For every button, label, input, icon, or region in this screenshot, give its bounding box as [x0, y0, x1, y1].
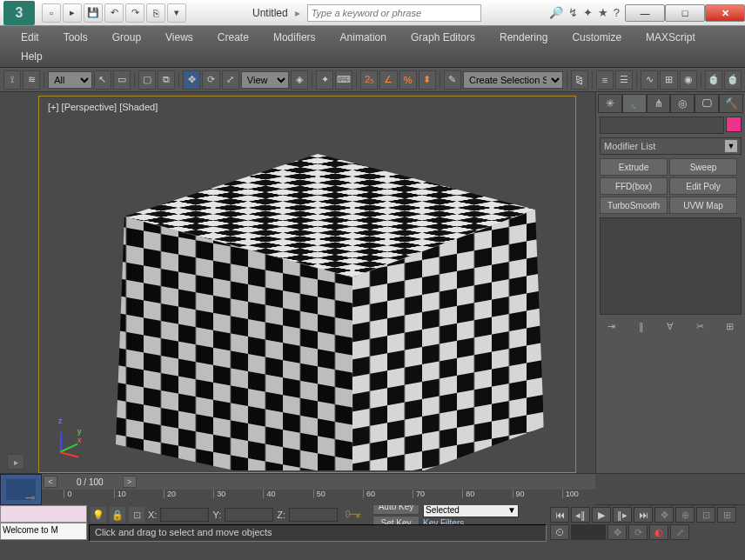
prev-key-icon[interactable]: ◂‖: [571, 507, 590, 523]
select-name-icon[interactable]: ▭: [113, 70, 131, 90]
utilities-tab-icon[interactable]: 🔨: [719, 94, 743, 113]
spinner-snap-icon[interactable]: ⬍: [419, 70, 436, 90]
lock-selection-icon[interactable]: 💡: [91, 507, 106, 523]
perspective-viewport[interactable]: [+] [Perspective] [Shaded]: [38, 96, 576, 473]
keyboard-shortcut-icon[interactable]: ⌨: [335, 70, 352, 90]
nav5-icon[interactable]: ✥: [607, 524, 627, 540]
time-config-icon[interactable]: ⏲: [550, 524, 569, 540]
move-icon[interactable]: ✥: [183, 70, 200, 90]
modifier-uvwmap[interactable]: UVW Map: [669, 197, 737, 214]
tools-icon[interactable]: ✦: [583, 6, 593, 19]
hierarchy-tab-icon[interactable]: ⋔: [647, 94, 671, 113]
menu-animation[interactable]: Animation: [328, 29, 399, 46]
angle-snap-icon[interactable]: ∠: [379, 70, 397, 90]
frame-scrub-bar[interactable]: < 0 / 100 >: [42, 474, 595, 490]
modifier-sweep[interactable]: Sweep: [669, 158, 737, 176]
select-icon[interactable]: ↖: [94, 70, 111, 90]
configure-sets-icon[interactable]: ⊞: [722, 318, 737, 334]
schematic-icon[interactable]: ⊞: [660, 70, 677, 90]
named-selection-combo[interactable]: Create Selection Se: [463, 71, 563, 89]
ref-coord-combo[interactable]: View: [241, 71, 289, 89]
selection-filter-combo[interactable]: All: [48, 71, 92, 89]
nav8-icon[interactable]: ⤢: [670, 524, 689, 540]
menu-views[interactable]: Views: [153, 29, 205, 46]
menu-edit[interactable]: Edit: [9, 29, 51, 46]
nav2-icon[interactable]: ⊕: [675, 507, 695, 523]
scale-icon[interactable]: ⤢: [222, 70, 239, 90]
search-input[interactable]: [307, 4, 481, 22]
next-key-icon[interactable]: ‖▸: [613, 507, 632, 523]
modifier-editpoly[interactable]: Edit Poly: [669, 177, 737, 195]
app-icon[interactable]: 3: [3, 1, 35, 25]
favorites-icon[interactable]: ★: [598, 6, 608, 19]
x-input[interactable]: [160, 508, 209, 522]
menu-group[interactable]: Group: [100, 29, 153, 46]
more-icon[interactable]: ▾: [167, 3, 186, 23]
binoculars-icon[interactable]: 🔎: [549, 6, 563, 19]
script-mini-listener[interactable]: [0, 505, 87, 523]
link-icon[interactable]: ⎘: [146, 3, 165, 23]
nav6-icon[interactable]: ⟳: [628, 524, 648, 540]
object-name-input[interactable]: [600, 117, 724, 134]
rotate-icon[interactable]: ⟳: [202, 70, 219, 90]
prev-frame-button[interactable]: <: [44, 476, 57, 488]
viewport-label[interactable]: [+] [Perspective] [Shaded]: [48, 102, 158, 112]
undo-icon[interactable]: ↶: [104, 3, 124, 23]
link-tool-icon[interactable]: ⟟: [3, 70, 21, 90]
frame-field[interactable]: [571, 524, 606, 540]
menu-customize[interactable]: Customize: [560, 29, 634, 46]
goto-end-icon[interactable]: ⏭: [634, 507, 653, 523]
named-set-icon[interactable]: ✎: [444, 70, 461, 90]
isolate-icon[interactable]: ⊡: [129, 507, 144, 523]
make-unique-icon[interactable]: ∀: [662, 318, 678, 334]
rect-select-icon[interactable]: ▢: [138, 70, 156, 90]
cube-object[interactable]: [74, 114, 561, 470]
create-tab-icon[interactable]: ✳: [598, 94, 622, 113]
close-button[interactable]: ✕: [705, 4, 745, 22]
manipulate-icon[interactable]: ✦: [316, 70, 333, 90]
mirror-icon[interactable]: ⧎: [571, 70, 588, 90]
modifier-stack[interactable]: [600, 217, 742, 315]
communication-icon[interactable]: ↯: [568, 6, 578, 19]
lock-icon[interactable]: 🔒: [110, 507, 125, 523]
align-icon[interactable]: ≡: [596, 70, 614, 90]
material-editor-icon[interactable]: ◉: [680, 70, 697, 90]
menu-graph-editors[interactable]: Graph Editors: [399, 29, 487, 46]
menu-help[interactable]: Help: [9, 48, 55, 65]
modifier-ffdbox[interactable]: FFD(box): [600, 177, 668, 195]
timeline-ruler[interactable]: ⊸ 0 10 20 30 40 50 60 70 80 90 100: [42, 490, 595, 505]
motion-tab-icon[interactable]: ◎: [670, 94, 695, 113]
display-tab-icon[interactable]: 🖵: [695, 94, 719, 113]
minimize-button[interactable]: —: [625, 4, 665, 22]
z-input[interactable]: [289, 508, 338, 522]
y-input[interactable]: [225, 508, 273, 522]
render-icon[interactable]: 🍵: [724, 70, 742, 90]
nav1-icon[interactable]: ✥: [654, 507, 674, 523]
save-icon[interactable]: 💾: [84, 3, 103, 23]
modifier-list-combo[interactable]: Modifier List ▼: [600, 137, 742, 155]
show-end-result-icon[interactable]: ‖: [634, 318, 649, 334]
menu-modifiers[interactable]: Modifiers: [261, 29, 328, 46]
snap-icon[interactable]: 2₅: [360, 70, 378, 90]
menu-create[interactable]: Create: [205, 29, 261, 46]
new-icon[interactable]: ▫: [42, 3, 61, 23]
nav7-icon[interactable]: ◐: [649, 524, 668, 540]
layers-icon[interactable]: ☰: [615, 70, 633, 90]
next-frame-button[interactable]: >: [123, 476, 137, 488]
modifier-turbosmooth[interactable]: TurboSmooth: [600, 197, 668, 214]
remove-modifier-icon[interactable]: ✂: [692, 318, 708, 334]
render-setup-icon[interactable]: 🍵: [705, 70, 722, 90]
curve-editor-icon[interactable]: ∿: [641, 70, 658, 90]
nav4-icon[interactable]: ⊞: [717, 507, 736, 523]
play-icon[interactable]: ▶: [592, 507, 611, 523]
unlink-tool-icon[interactable]: ≋: [23, 70, 40, 90]
menu-maxscript[interactable]: MAXScript: [634, 29, 708, 46]
nav3-icon[interactable]: ⊡: [696, 507, 715, 523]
modify-tab-icon[interactable]: ◟: [622, 94, 647, 113]
pivot-icon[interactable]: ◈: [291, 70, 308, 90]
menu-tools[interactable]: Tools: [51, 29, 100, 46]
maximize-button[interactable]: □: [665, 4, 705, 22]
open-icon[interactable]: ▸: [63, 3, 82, 23]
object-color-swatch[interactable]: [726, 117, 742, 132]
help-icon[interactable]: ?: [614, 6, 620, 19]
